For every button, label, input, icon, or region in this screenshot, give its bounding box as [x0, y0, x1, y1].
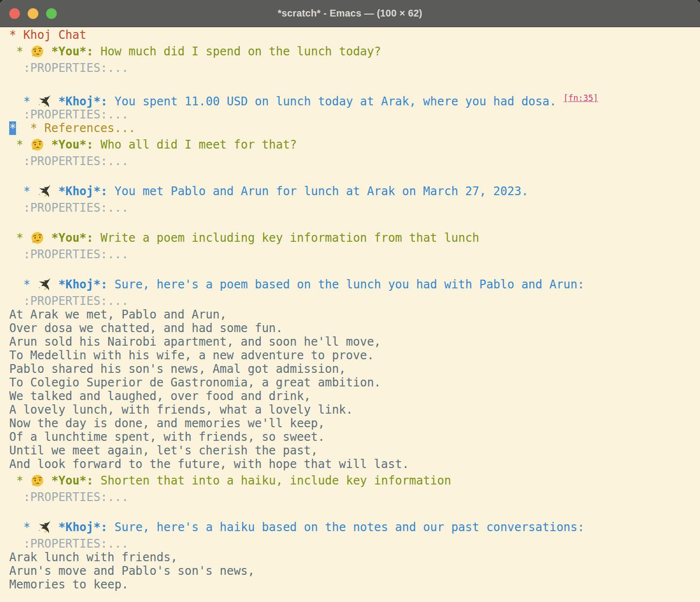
haiku-line: Arun's move and Pablo's son's news,: [9, 564, 697, 578]
poem-line: Pablo shared his son's news, Amal got ad…: [9, 362, 697, 376]
text-segment: Shorten that into a haiku, include key i…: [94, 474, 451, 487]
chat-khoj-line: * *Khoj*: You met Pablo and Arun for lun…: [9, 182, 697, 201]
text-segment: *: [9, 231, 30, 245]
text-segment: Over dosa we chatted, and had some fun.: [9, 321, 283, 335]
blank-line: [9, 261, 697, 275]
text-segment: *Khoj*:: [58, 278, 107, 291]
text-segment: To Colegio Superior de Gastronomia, a gr…: [9, 376, 381, 389]
chat-khoj-line: * *Khoj*: Sure, here's a haiku based on …: [9, 518, 697, 537]
text-segment: *Khoj*:: [58, 95, 107, 108]
blank-line: [9, 168, 697, 182]
blank-line: [9, 75, 697, 88]
properties-drawer: :PROPERTIES:...: [9, 248, 697, 261]
traffic-lights: [9, 0, 57, 27]
text-segment: [51, 184, 58, 198]
text-segment: :PROPERTIES:...: [9, 108, 129, 121]
text-segment: [44, 231, 51, 245]
text-segment: Pablo shared his son's news, Amal got ad…: [9, 362, 346, 376]
poem-line: To Medellin with his wife, a new adventu…: [9, 349, 697, 362]
text-segment: [51, 520, 58, 534]
references-heading[interactable]: * References...: [30, 121, 135, 135]
poem-line: To Colegio Superior de Gastronomia, a gr…: [9, 376, 697, 389]
text-segment: And look forward to the future, with hop…: [9, 457, 409, 471]
text-segment: How much did I spend on the lunch today?: [94, 45, 381, 58]
org-heading-line: * Khoj Chat: [9, 28, 697, 42]
text-segment: You met Pablo and Arun for lunch at Arak…: [107, 184, 528, 198]
text-segment: *Khoj*:: [58, 184, 107, 198]
footnote-link[interactable]: [fn:35]: [564, 93, 599, 103]
text-segment: *You*:: [51, 474, 94, 487]
text-segment: *: [9, 278, 37, 291]
text-segment: *You*:: [51, 138, 94, 151]
references-line: * * References...: [9, 121, 697, 135]
text-segment: You spent 11.00 USD on lunch today at Ar…: [107, 95, 563, 108]
text-segment: *: [9, 184, 37, 198]
poem-line: Of a lunchtime spent, with friends, so s…: [9, 430, 697, 444]
poem-line: A lovely lunch, with friends, what a lov…: [9, 403, 697, 417]
text-segment: To Medellin with his wife, a new adventu…: [9, 349, 374, 362]
text-segment: Arun's move and Pablo's son's news,: [9, 564, 255, 578]
window-title: *scratch* - Emacs — (100 × 62): [0, 8, 700, 19]
properties-drawer: :PROPERTIES:...: [9, 154, 697, 168]
text-segment: Sure, here's a poem based on the lunch y…: [107, 278, 584, 291]
chat-you-line: * *You*: Shorten that into a haiku, incl…: [9, 471, 697, 490]
text-segment: *You*:: [51, 45, 94, 58]
thinking-face-icon: [30, 471, 44, 490]
emacs-window: *scratch* - Emacs — (100 × 62) * Khoj Ch…: [0, 0, 700, 602]
poem-line: Arun sold his Nairobi apartment, and soo…: [9, 335, 697, 349]
editor-buffer[interactable]: * Khoj Chat * *You*: How much did I spen…: [0, 27, 700, 591]
chat-you-line: * *You*: Write a poem including key info…: [9, 228, 697, 248]
text-segment: * Khoj Chat: [9, 28, 86, 42]
eagle-icon: [37, 518, 51, 537]
properties-drawer: :PROPERTIES:...: [9, 537, 697, 551]
text-segment: We talked and laughed, over food and dri…: [9, 389, 311, 403]
text-segment: *: [9, 95, 37, 108]
text-segment: Write a poem including key information f…: [94, 231, 480, 245]
minimize-button[interactable]: [28, 8, 38, 19]
text-segment: *: [9, 520, 37, 534]
text-segment: *You*:: [51, 231, 94, 245]
text-segment: Sure, here's a haiku based on the notes …: [107, 520, 584, 534]
poem-line: We talked and laughed, over food and dri…: [9, 389, 697, 403]
blank-line: [9, 504, 697, 518]
poem-line: Over dosa we chatted, and had some fun.: [9, 321, 697, 335]
haiku-line: Arak lunch with friends,: [9, 551, 697, 564]
text-segment: [51, 278, 58, 291]
poem-line: Until we meet again, let's cherish the p…: [9, 444, 697, 457]
eagle-icon: [37, 182, 51, 201]
text-segment: Memories to keep.: [9, 578, 129, 591]
text-segment: A lovely lunch, with friends, what a lov…: [9, 403, 353, 417]
chat-you-line: * *You*: Who all did I meet for that?: [9, 135, 697, 154]
poem-line: Now the day is done, and memories we'll …: [9, 417, 697, 430]
text-segment: :PROPERTIES:...: [9, 154, 129, 168]
properties-drawer: :PROPERTIES:...: [9, 294, 697, 308]
zoom-button[interactable]: [46, 8, 57, 19]
titlebar[interactable]: *scratch* - Emacs — (100 × 62): [0, 0, 700, 27]
text-segment: :PROPERTIES:...: [9, 490, 129, 504]
thinking-face-icon: [30, 42, 44, 61]
close-button[interactable]: [9, 8, 20, 19]
text-segment: Now the day is done, and memories we'll …: [9, 417, 325, 430]
properties-drawer: :PROPERTIES:...: [9, 61, 697, 75]
text-segment: :PROPERTIES:...: [9, 201, 129, 215]
text-segment: *: [9, 138, 30, 151]
thinking-face-icon: [30, 228, 44, 248]
haiku-line: Memories to keep.: [9, 578, 697, 591]
text-segment: At Arak we met, Pablo and Arun,: [9, 308, 227, 321]
text-segment: [44, 138, 51, 151]
text-segment: *Khoj*:: [58, 520, 107, 534]
text-segment: Arun sold his Nairobi apartment, and soo…: [9, 335, 381, 349]
eagle-icon: [37, 275, 51, 294]
text-segment: :PROPERTIES:...: [9, 248, 129, 261]
text-segment: :PROPERTIES:...: [9, 294, 129, 308]
thinking-face-icon: [30, 135, 44, 154]
text-segment: [51, 95, 58, 108]
text-segment: [44, 474, 51, 487]
poem-line: At Arak we met, Pablo and Arun,: [9, 308, 697, 321]
blank-line: [9, 215, 697, 228]
text-segment: :PROPERTIES:...: [9, 537, 129, 551]
text-segment: *: [9, 474, 30, 487]
poem-line: And look forward to the future, with hop…: [9, 457, 697, 471]
properties-drawer: :PROPERTIES:...: [9, 490, 697, 504]
text-segment: *: [9, 45, 30, 58]
